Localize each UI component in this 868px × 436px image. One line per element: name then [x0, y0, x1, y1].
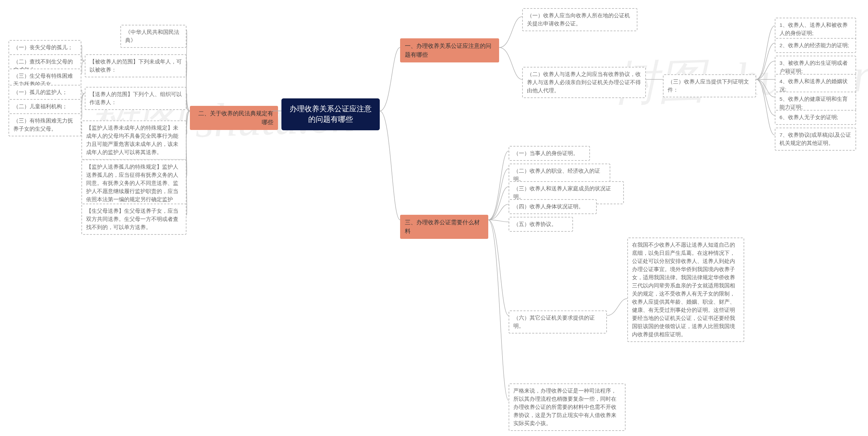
b2c-adoptee-scope: 【被收养人的范围】下列未成年人，可以被收养： — [85, 54, 186, 77]
branch-2: 二、关于收养的民法典规定有哪些 — [190, 106, 278, 130]
b3-item-5: （五）收养协议。 — [509, 217, 573, 232]
b2c-g3: 【生父母送养】生父母送养子女，应当双方共同送养。生父母一方不明或者查找不到的，可… — [81, 204, 186, 235]
b1-doc-1: 1、收养人、送养人和被收养人的身份证明; — [775, 18, 856, 41]
b2c-code: 《中华人民共和国民法典》 — [120, 25, 186, 48]
b2c-s2: （二）儿童福利机构； — [8, 99, 81, 114]
b2c-s3: （三）有特殊困难无力抚养子女的生父母。 — [8, 113, 81, 136]
b3-item-6: （六）其它公证机关要求提供的证明。 — [509, 310, 607, 334]
b1-item-2: （二）收养人与送养人之间应当有收养协议，收养人与送养人必须亲自到公证机关办理公证… — [522, 67, 646, 98]
b1-doc-2: 2、收养人的经济能力的证明; — [775, 38, 856, 53]
b3-item-6-detail: 在我国不少收养人不愿让送养人知道自己的底细，以免日后产生瓜葛。在这种情况下，公证… — [627, 238, 744, 342]
b2c-sender-scope: 【送养人的范围】下列个人、组织可以作送养人： — [85, 87, 186, 110]
b1-item-3: （三）收养人应当提供下列证明文件： — [663, 74, 756, 97]
b1-doc-6: 6、收养人无子女的证明; — [775, 110, 856, 125]
b1-item-1: （一）收养人应当向收养人所在地的公证机关提出申请收养公证。 — [522, 8, 637, 31]
b2c-s1: （一）孤儿的监护人； — [8, 85, 81, 100]
branch-1: 一、办理收养关系公证应注意的问题有哪些 — [400, 38, 499, 62]
b3-item-1: （一）当事人的身份证明。 — [509, 146, 590, 161]
b3-note: 严格来说，办理收养公证是一种司法程序，所以其办理流程也稍微要复杂一些，同时在办理… — [509, 383, 626, 431]
b1-doc-7: 7、收养协议(或草稿)以及公证机关规定的其他证明。 — [775, 128, 856, 151]
branch-3: 三、办理收养公证需要什么材料 — [400, 215, 488, 239]
b3-item-4: （四）收养人身体状况证明。 — [509, 199, 597, 214]
root-node: 办理收养关系公证应注意的问题有哪些 — [281, 98, 380, 130]
b2c-a1: （一）丧失父母的孤儿； — [8, 40, 81, 55]
b2c-g1: 【监护人送养未成年人的特殊规定】未成年人的父母均不具备完全民事行为能力且可能严重… — [81, 120, 186, 160]
